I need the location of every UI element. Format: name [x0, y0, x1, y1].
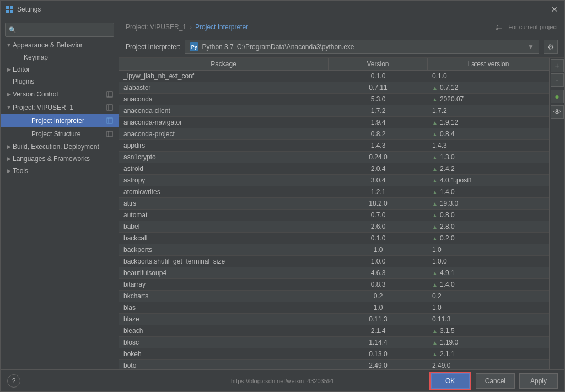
- sidebar-item-label: Languages & Frameworks: [13, 155, 114, 163]
- table-row: _ipyw_jlab_nb_ext_conf0.1.00.1.0: [119, 71, 549, 82]
- footer-url: https://blog.csdn.net/weixin_43203591: [231, 378, 334, 384]
- package-version: 1.7.2: [329, 105, 428, 116]
- search-icon: 🔍: [9, 26, 17, 34]
- remove-package-button[interactable]: -: [551, 73, 564, 87]
- help-button[interactable]: ?: [7, 374, 20, 388]
- latest-version-text: 0.7.12: [440, 84, 458, 92]
- cancel-button[interactable]: Cancel: [476, 373, 515, 389]
- package-latest: 2.49.0: [428, 360, 549, 369]
- package-version: 0.24.0: [329, 152, 428, 163]
- table-row: bitarray0.8.3▲1.4.0: [119, 279, 549, 291]
- update-arrow-icon: ▲: [432, 340, 438, 346]
- settings-window: Settings ✕ 🔍 ▼ Appearance & Behavior Key…: [0, 0, 565, 392]
- package-version: 18.2.0: [329, 198, 428, 209]
- table-row: bokeh0.13.0▲2.1.1: [119, 348, 549, 360]
- package-latest: ▲0.8.4: [428, 128, 549, 139]
- update-arrow-icon: ▲: [432, 270, 438, 276]
- update-arrow-icon: ▲: [432, 235, 438, 241]
- latest-version-text: 2.8.0: [440, 223, 455, 230]
- package-latest: 0.11.3: [428, 314, 549, 325]
- sidebar-item-project-interpreter[interactable]: Project Interpreter: [1, 114, 119, 127]
- breadcrumb-tag: For current project: [508, 24, 558, 30]
- package-name: astroid: [119, 163, 329, 174]
- svg-rect-10: [107, 131, 112, 137]
- apply-button[interactable]: Apply: [519, 373, 558, 389]
- table-row: blosc1.14.4▲1.19.0: [119, 337, 549, 348]
- interpreter-version: Python 3.7: [202, 43, 233, 51]
- breadcrumb-page: Project Interpreter: [195, 23, 248, 31]
- structure-icon: [105, 130, 114, 138]
- sidebar-item-label: Plugins: [13, 78, 114, 85]
- package-latest: 1.0: [428, 244, 549, 255]
- interpreter-select[interactable]: Py Python 3.7 C:\ProgramData\Anaconda3\p…: [185, 40, 539, 54]
- package-version: 4.6.3: [329, 267, 428, 278]
- sidebar-item-tools[interactable]: ▶ Tools: [1, 165, 119, 177]
- table-area: Package Version Latest version _ipyw_jla…: [119, 58, 564, 369]
- package-name: blaze: [119, 314, 329, 325]
- gear-icon: ⚙: [547, 42, 555, 51]
- package-name: bokeh: [119, 348, 329, 359]
- sidebar-item-label: Build, Execution, Deployment: [13, 143, 114, 151]
- main-content: 🔍 ▼ Appearance & Behavior Keymap ▶ Edito…: [1, 18, 564, 369]
- sidebar: 🔍 ▼ Appearance & Behavior Keymap ▶ Edito…: [1, 18, 119, 369]
- package-latest: ▲4.0.1.post1: [428, 175, 549, 186]
- sidebar-item-editor[interactable]: ▶ Editor: [1, 63, 119, 76]
- search-box[interactable]: 🔍: [5, 23, 114, 37]
- table-row: backports.shutil_get_terminal_size1.0.01…: [119, 256, 549, 267]
- latest-version-text: 2.49.0: [432, 362, 450, 369]
- interpreter-path: C:\ProgramData\Anaconda3\python.exe: [237, 43, 354, 51]
- table-row: anaconda-project0.8.2▲0.8.4: [119, 128, 549, 140]
- package-name: anaconda-client: [119, 105, 329, 116]
- package-name: bkcharts: [119, 291, 329, 302]
- table-body: _ipyw_jlab_nb_ext_conf0.1.00.1.0alabaste…: [119, 71, 549, 369]
- project-icon: [105, 103, 114, 112]
- package-version: 0.11.3: [329, 314, 428, 325]
- package-version: 0.7.0: [329, 210, 428, 221]
- package-version: 2.49.0: [329, 360, 428, 369]
- arrow-icon: ▶: [5, 92, 13, 97]
- close-button[interactable]: ✕: [549, 4, 560, 15]
- update-arrow-icon: ▲: [432, 154, 438, 160]
- package-version: 1.2.1: [329, 186, 428, 197]
- latest-version-text: 0.1.0: [432, 72, 447, 80]
- sidebar-item-keymap[interactable]: Keymap: [1, 51, 119, 63]
- arrow-icon: ▼: [5, 42, 13, 48]
- ok-button[interactable]: OK: [431, 373, 470, 389]
- sidebar-item-project-structure[interactable]: Project Structure: [1, 127, 119, 141]
- package-version: 1.4.3: [329, 140, 428, 151]
- table-row: backports1.01.0: [119, 244, 549, 256]
- view-button[interactable]: 👁: [551, 105, 564, 119]
- svg-rect-2: [6, 10, 9, 13]
- search-input[interactable]: [19, 26, 110, 34]
- package-version: 1.0: [329, 244, 428, 255]
- update-button[interactable]: ●: [551, 90, 564, 103]
- arrow-icon: ▼: [5, 105, 13, 110]
- packages-table: Package Version Latest version _ipyw_jla…: [119, 58, 549, 369]
- add-package-button[interactable]: +: [551, 59, 564, 72]
- package-version: 2.1.4: [329, 325, 428, 336]
- sidebar-item-languages[interactable]: ▶ Languages & Frameworks: [1, 153, 119, 165]
- sidebar-item-build[interactable]: ▶ Build, Execution, Deployment: [1, 141, 119, 153]
- update-arrow-icon: ▲: [432, 201, 438, 207]
- package-version: 0.7.11: [329, 82, 428, 93]
- package-latest: ▲1.9.12: [428, 117, 549, 128]
- sidebar-item-plugins[interactable]: Plugins: [1, 76, 119, 88]
- python-icon: Py: [190, 42, 198, 51]
- sidebar-item-label: Tools: [13, 167, 114, 175]
- footer: ? https://blog.csdn.net/weixin_43203591 …: [1, 369, 564, 391]
- package-latest: 1.0.0: [428, 256, 549, 267]
- sidebar-item-label: Project: VIPUSER_1: [13, 104, 103, 111]
- svg-rect-1: [10, 6, 13, 9]
- update-arrow-icon: ▲: [432, 351, 438, 357]
- package-name: automat: [119, 210, 329, 221]
- latest-version-text: 0.2: [432, 292, 442, 300]
- latest-version-text: 4.9.1: [440, 269, 455, 277]
- gear-button[interactable]: ⚙: [544, 40, 558, 54]
- package-latest: ▲1.3.0: [428, 152, 549, 163]
- package-version: 0.1.0: [329, 71, 428, 82]
- sidebar-item-appearance[interactable]: ▼ Appearance & Behavior: [1, 39, 119, 51]
- sidebar-item-label: Appearance & Behavior: [13, 41, 114, 49]
- sidebar-item-project[interactable]: ▼ Project: VIPUSER_1: [1, 101, 119, 114]
- sidebar-item-version-control[interactable]: ▶ Version Control: [1, 88, 119, 101]
- package-name: backports.shutil_get_terminal_size: [119, 256, 329, 267]
